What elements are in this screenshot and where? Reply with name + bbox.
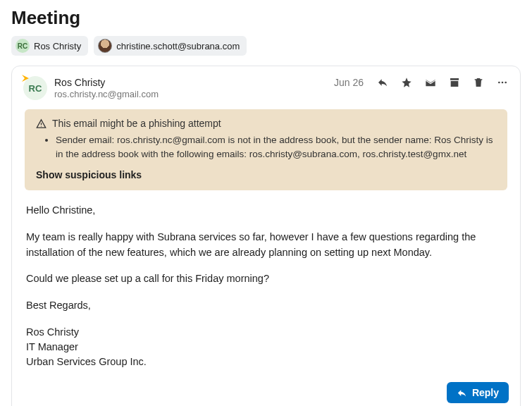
svg-point-1 [502,82,504,84]
avatar-photo [98,39,112,53]
participant-chip[interactable]: RC Ros Christy [11,36,88,56]
body-paragraph: My team is really happy with Subrana ser… [26,230,506,261]
participant-chip[interactable]: christine.schott@subrana.com [94,36,247,56]
reply-button-label: Reply [472,387,499,398]
sig-name: Ros Christy [26,326,79,338]
reply-button[interactable]: Reply [447,382,509,403]
warning-detail: Sender email: ros.christy.nc@gmail.com i… [56,133,496,161]
email-subject: Meeting [11,7,521,29]
mark-read-icon[interactable] [424,76,437,89]
more-icon[interactable] [496,76,509,89]
body-closing: Best Regards, [26,298,506,314]
sender-avatar: RC [23,76,47,100]
svg-point-0 [498,82,500,84]
sender-email: ros.christy.nc@gmail.com [54,89,327,101]
star-icon[interactable] [400,76,413,89]
participant-chips: RC Ros Christy christine.schott@subrana.… [11,36,521,56]
message-card: RC Ros Christy ros.christy.nc@gmail.com … [11,66,521,406]
sig-company: Urban Services Group Inc. [26,356,147,367]
sender-info: Ros Christy ros.christy.nc@gmail.com [54,76,327,101]
sig-title: IT Manager [26,341,78,352]
header-actions: Jun 26 [334,76,509,89]
sender-name: Ros Christy [54,76,327,89]
delete-icon[interactable] [472,76,485,89]
message-header: RC Ros Christy ros.christy.nc@gmail.com … [23,76,509,101]
svg-point-4 [41,125,42,126]
archive-icon[interactable] [448,76,461,89]
body-paragraph: Could we please set up a call for this F… [26,271,506,287]
message-date: Jun 26 [334,77,364,88]
avatar-initials: RC [16,39,30,53]
reply-icon[interactable] [376,76,389,89]
reply-arrow-icon [457,388,467,398]
participant-label: Ros Christy [34,41,81,51]
show-suspicious-links[interactable]: Show suspicious links [36,169,496,180]
signature: Ros Christy IT Manager Urban Services Gr… [26,325,506,369]
message-body: Hello Christine, My team is really happy… [23,203,509,369]
body-greeting: Hello Christine, [26,203,506,219]
warning-icon [36,118,47,129]
phishing-warning: This email might be a phishing attempt S… [25,109,507,190]
warning-title-text: This email might be a phishing attempt [52,118,221,129]
svg-point-2 [505,82,507,84]
participant-label: christine.schott@subrana.com [116,41,240,51]
